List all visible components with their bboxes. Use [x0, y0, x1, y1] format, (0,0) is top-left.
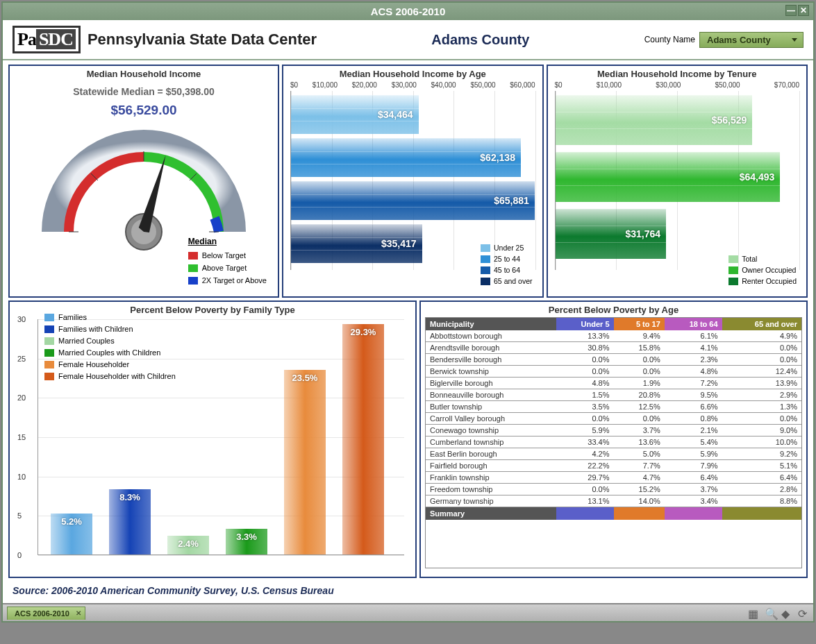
table-row[interactable]: Fairfield borough22.2%7.7%7.9%5.1%: [426, 460, 801, 472]
table-row[interactable]: Freedom township0.0%15.2%3.7%2.8%: [426, 484, 801, 495]
income-tenure-title: Median Household Income by Tenure: [551, 69, 804, 79]
search-icon[interactable]: 🔍: [765, 607, 776, 618]
gauge-panel: Median Household Income Statewide Median…: [8, 65, 279, 298]
header: PaSDC Pennsylvania State Data Center Ada…: [3, 20, 813, 60]
income-age-legend: Under 2525 to 4445 to 6465 and over: [481, 242, 532, 287]
table-row[interactable]: Cumberland township33.4%13.6%5.4%10.0%: [426, 437, 801, 448]
select-label: County Name: [644, 35, 695, 44]
income-tenure-legend: TotalOwner OccupiedRenter Occupied: [728, 253, 797, 287]
table-row[interactable]: Conewago township5.9%3.7%2.1%9.0%: [426, 425, 801, 437]
col-5-to-17[interactable]: 5 to 17: [614, 318, 665, 330]
table-row[interactable]: Bendersville borough0.0%0.0%2.3%0.0%: [426, 354, 801, 366]
vbar-married-couples-with-children: 3.3%: [226, 529, 267, 554]
income-age-panel: Median Household Income by Age $0$10,000…: [282, 65, 544, 298]
table-row[interactable]: Carroll Valley borough0.0%0.0%0.8%0.0%: [426, 413, 801, 425]
gauge-legend: Median Below Target Above Target 2X Targ…: [188, 235, 267, 287]
gauge-icon: [33, 114, 255, 253]
table-row[interactable]: Berwick township0.0%0.0%4.8%12.4%: [426, 366, 801, 378]
vbar-married-couples: 2.4%: [167, 536, 209, 554]
income-tenure-axis: $0$10,000$30,000$50,000$70,000: [551, 81, 804, 91]
gauge-title: Median Household Income: [13, 69, 275, 79]
refresh-icon[interactable]: ⟳: [798, 607, 809, 618]
grid-icon[interactable]: ▦: [748, 607, 759, 618]
vbar-families: 5.2%: [51, 514, 92, 554]
county-select[interactable]: Adams County: [699, 32, 803, 48]
logo: PaSDC: [13, 26, 81, 53]
col-65-and-over[interactable]: 65 and over: [722, 318, 801, 330]
table-row[interactable]: Arendtsville borough30.8%15.8%4.1%0.0%: [426, 342, 801, 354]
close-button[interactable]: ✕: [798, 5, 809, 16]
gauge-subtitle: Statewide Median = $50,398.00: [13, 86, 275, 97]
income-age-title: Median Household Income by Age: [286, 69, 540, 79]
titlebar: ACS 2006-2010 — ✕: [3, 3, 813, 20]
table-row[interactable]: Bonneauville borough1.5%20.8%9.5%2.9%: [426, 389, 801, 401]
table-row[interactable]: East Berlin borough4.2%5.0%5.9%9.2%: [426, 448, 801, 460]
chart-icon[interactable]: ◆: [781, 607, 792, 618]
minimize-button[interactable]: —: [785, 5, 797, 16]
org-title: Pennsylvania State Data Center: [88, 31, 317, 49]
tab-close-icon[interactable]: ✕: [76, 609, 81, 617]
col-under-5[interactable]: Under 5: [556, 318, 614, 330]
table-row[interactable]: Abbottstown borough13.3%9.4%6.1%4.9%: [426, 330, 801, 342]
poverty-age-title: Percent Below Poverty by Age: [424, 305, 803, 315]
table-row[interactable]: Germany township13.1%14.0%3.4%8.8%: [426, 495, 801, 507]
income-tenure-panel: Median Household Income by Tenure $0$10,…: [547, 65, 808, 298]
col-municipality[interactable]: Municipality: [426, 318, 556, 330]
vbar-female-householder: 23.5%: [284, 370, 326, 554]
poverty-table: MunicipalityUnder 55 to 1718 to 6465 and…: [426, 318, 801, 520]
income-tenure-bars: $56,529$64,493$31,764: [555, 91, 800, 270]
table-summary: Summary: [426, 507, 556, 520]
table-row[interactable]: Biglerville borough4.8%1.9%7.2%13.9%: [426, 378, 801, 389]
vbar-families-with-children: 8.3%: [109, 489, 151, 554]
vbar-female-householder-with-children: 29.3%: [342, 324, 384, 554]
poverty-family-panel: Percent Below Poverty by Family Type 051…: [8, 300, 417, 578]
sheet-tab[interactable]: ACS 2006-2010✕: [7, 607, 85, 620]
col-18-to-64[interactable]: 18 to 64: [665, 318, 722, 330]
source-text: Source: 2006-2010 American Community Sur…: [3, 579, 813, 603]
status-bar: ACS 2006-2010✕ ▦ 🔍 ◆ ⟳: [3, 603, 813, 621]
poverty-table-scroll[interactable]: MunicipalityUnder 55 to 1718 to 6465 and…: [425, 317, 802, 568]
income-age-axis: $0$10,000$20,000$30,000$40,000$50,000$60…: [286, 81, 540, 91]
poverty-family-legend: FamiliesFamilies with ChildrenMarried Co…: [44, 312, 176, 382]
window-title: ACS 2006-2010: [371, 6, 446, 17]
county-title: Adams County: [317, 32, 644, 48]
table-row[interactable]: Butler township3.5%12.5%6.6%1.3%: [426, 401, 801, 413]
poverty-age-panel: Percent Below Poverty by Age Municipalit…: [419, 300, 808, 578]
table-row[interactable]: Franklin township29.7%4.7%6.4%6.4%: [426, 472, 801, 484]
